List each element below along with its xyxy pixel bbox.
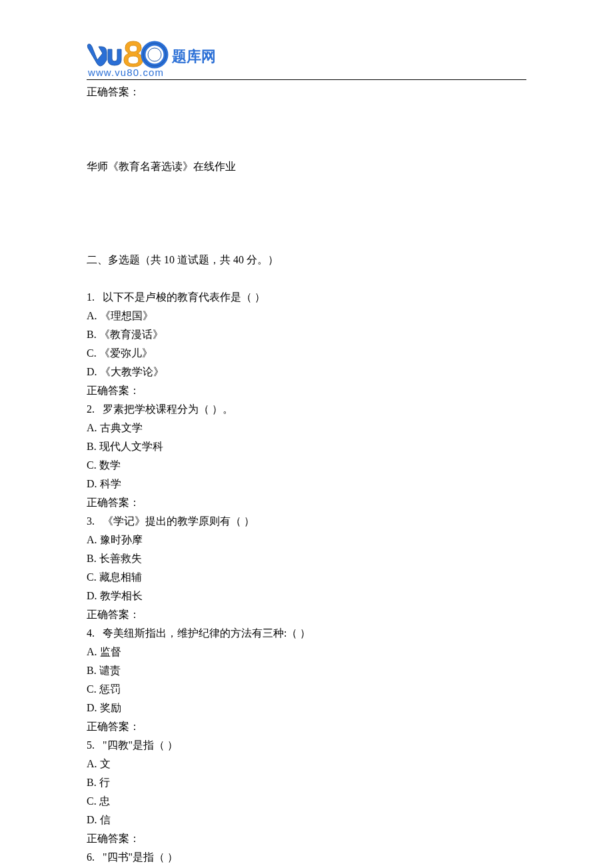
question-stem: 3. 《学记》提出的教学原则有（ ） [87, 512, 526, 531]
question-option: C. 数学 [87, 456, 526, 475]
source-title: 华师《教育名著选读》在线作业 [87, 157, 526, 176]
correct-answer-label: 正确答案： [87, 605, 526, 624]
site-logo: 题库网 www.vu80.com [87, 40, 526, 78]
correct-answer-label: 正确答案： [87, 381, 526, 400]
question-option: C. 忠 [87, 792, 526, 811]
question-option: A. 《理想国》 [87, 307, 526, 325]
question-stem: 1. 以下不是卢梭的教育代表作是（ ） [87, 288, 526, 307]
question-stem: 2. 罗素把学校课程分为（ ）。 [87, 400, 526, 419]
section-heading: 二、多选题（共 10 道试题，共 40 分。） [87, 251, 526, 269]
question-option: D. 教学相长 [87, 587, 526, 605]
question-option: A. 文 [87, 755, 526, 773]
question-option: B. 长善救失 [87, 549, 526, 568]
logo-url-text: www.vu80.com [87, 67, 164, 78]
correct-answer-label: 正确答案： [87, 717, 526, 736]
question-option: A. 古典文学 [87, 419, 526, 437]
svg-point-2 [148, 48, 161, 61]
question-option: B. 行 [87, 773, 526, 792]
question-option: C. 惩罚 [87, 680, 526, 699]
question-option: B. 《教育漫话》 [87, 325, 526, 344]
correct-answer-label: 正确答案： [87, 83, 526, 101]
question-option: C. 《爱弥儿》 [87, 344, 526, 363]
question-option: A. 豫时孙摩 [87, 531, 526, 549]
question-option: D. 《大教学论》 [87, 363, 526, 381]
header-divider [87, 79, 526, 80]
question-stem: 5. "四教"是指（ ） [87, 736, 526, 755]
question-stem: 6. "四书"是指（ ） [87, 848, 526, 867]
question-option: D. 奖励 [87, 699, 526, 717]
correct-answer-label: 正确答案： [87, 829, 526, 848]
correct-answer-label: 正确答案： [87, 493, 526, 512]
logo-brand-text: 题库网 [171, 48, 215, 65]
question-option: D. 科学 [87, 475, 526, 493]
question-option: C. 藏息相辅 [87, 568, 526, 587]
question-stem: 4. 夸美纽斯指出，维护纪律的方法有三种:（ ） [87, 624, 526, 643]
question-option: D. 信 [87, 811, 526, 829]
question-option: B. 谴责 [87, 661, 526, 680]
svg-point-1 [143, 43, 166, 66]
question-option: A. 监督 [87, 643, 526, 661]
question-option: B. 现代人文学科 [87, 437, 526, 456]
